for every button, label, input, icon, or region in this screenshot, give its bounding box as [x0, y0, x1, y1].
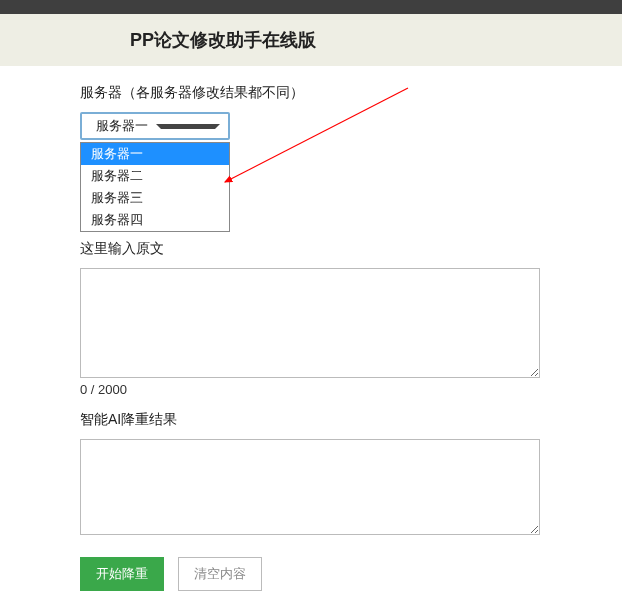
server-option-4[interactable]: 服务器四 [81, 209, 229, 231]
server-label: 服务器（各服务器修改结果都不同） [80, 84, 540, 102]
start-button[interactable]: 开始降重 [80, 557, 164, 591]
result-section: 智能AI降重结果 [80, 411, 540, 535]
server-select[interactable]: 服务器一 [80, 112, 230, 140]
page-title: PP论文修改助手在线版 [130, 28, 622, 52]
input-label: 这里输入原文 [80, 240, 540, 258]
server-select-value: 服务器一 [96, 117, 150, 135]
top-bar [0, 0, 622, 14]
chevron-down-icon [156, 124, 220, 129]
source-text-input[interactable] [80, 268, 540, 378]
result-label: 智能AI降重结果 [80, 411, 540, 429]
result-text-output[interactable] [80, 439, 540, 535]
svg-line-1 [225, 88, 408, 182]
server-option-1[interactable]: 服务器一 [81, 143, 229, 165]
page-header: PP论文修改助手在线版 [0, 14, 622, 66]
server-select-wrap: 服务器一 服务器一 服务器二 服务器三 服务器四 [80, 112, 230, 140]
title-prefix: PP [130, 30, 154, 50]
input-section: 这里输入原文 0 / 2000 [80, 240, 540, 397]
title-rest: 论文修改助手在线版 [154, 30, 316, 50]
char-counter: 0 / 2000 [80, 382, 540, 397]
server-option-2[interactable]: 服务器二 [81, 165, 229, 187]
clear-button[interactable]: 清空内容 [178, 557, 262, 591]
server-dropdown: 服务器一 服务器二 服务器三 服务器四 [80, 142, 230, 232]
main-content: 服务器（各服务器修改结果都不同） 服务器一 服务器一 服务器二 服务器三 服务器… [0, 66, 620, 609]
button-row: 开始降重 清空内容 [80, 557, 540, 591]
server-option-3[interactable]: 服务器三 [81, 187, 229, 209]
